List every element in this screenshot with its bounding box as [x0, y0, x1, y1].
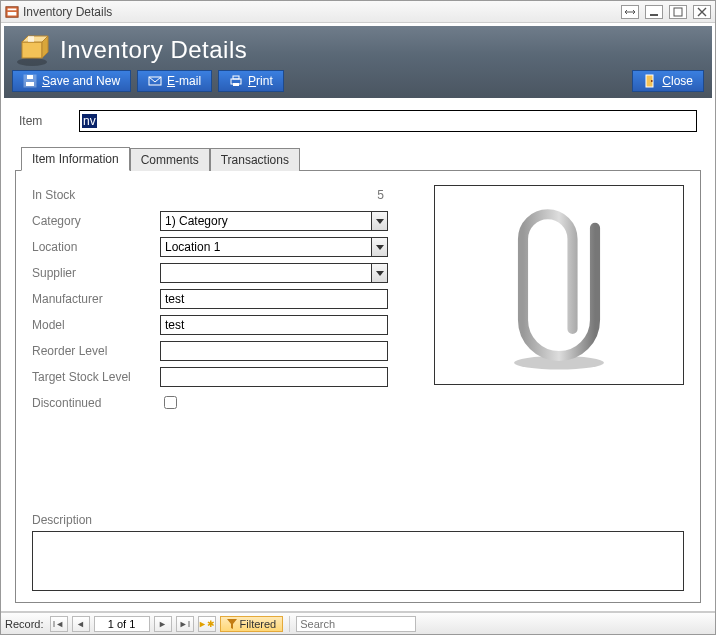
location-dropdown-button[interactable] — [372, 237, 388, 257]
supplier-combo[interactable] — [160, 263, 388, 283]
svg-marker-19 — [376, 219, 384, 224]
tab-item-information[interactable]: Item Information — [21, 147, 130, 171]
description-textarea[interactable] — [32, 531, 684, 591]
nav-first-button[interactable]: I◄ — [50, 616, 68, 632]
tab-panel-item-information: In Stock Category Location — [15, 170, 701, 603]
supplier-dropdown-button[interactable] — [372, 263, 388, 283]
filter-indicator[interactable]: Filtered — [220, 616, 284, 632]
svg-rect-1 — [8, 8, 17, 10]
description-label: Description — [32, 513, 684, 527]
svg-rect-11 — [26, 82, 34, 86]
model-label: Model — [32, 318, 160, 332]
location-input[interactable] — [160, 237, 372, 257]
email-icon — [148, 74, 162, 88]
location-combo[interactable] — [160, 237, 388, 257]
reorder-level-input[interactable] — [160, 341, 388, 361]
manufacturer-input[interactable] — [160, 289, 388, 309]
svg-rect-9 — [28, 36, 34, 42]
item-input-field[interactable] — [97, 113, 694, 129]
category-input[interactable] — [160, 211, 372, 231]
window-resize-icon[interactable] — [621, 5, 639, 19]
svg-rect-12 — [27, 75, 33, 79]
tabs-area: Item Information Comments Transactions I… — [15, 146, 701, 603]
category-dropdown-button[interactable] — [372, 211, 388, 231]
target-stock-label: Target Stock Level — [32, 370, 160, 384]
in-stock-label: In Stock — [32, 188, 160, 202]
record-label: Record: — [5, 618, 44, 630]
nav-prev-button[interactable]: ◄ — [72, 616, 90, 632]
category-combo[interactable] — [160, 211, 388, 231]
record-position[interactable] — [94, 616, 150, 632]
nav-next-button[interactable]: ► — [154, 616, 172, 632]
svg-marker-20 — [376, 245, 384, 250]
tabstrip: Item Information Comments Transactions — [15, 146, 701, 170]
supplier-input[interactable] — [160, 263, 372, 283]
manufacturer-label: Manufacturer — [32, 292, 160, 306]
svg-rect-16 — [233, 83, 239, 86]
app-icon — [5, 5, 19, 19]
item-row: Item nv — [1, 98, 715, 138]
tab-comments[interactable]: Comments — [130, 148, 210, 171]
titlebar: Inventory Details — [1, 1, 715, 23]
save-icon — [23, 74, 37, 88]
funnel-icon — [227, 619, 237, 629]
reorder-level-label: Reorder Level — [32, 344, 160, 358]
restore-button[interactable] — [669, 5, 687, 19]
discontinued-checkbox[interactable] — [164, 396, 177, 409]
svg-rect-18 — [651, 80, 653, 82]
category-label: Category — [32, 214, 160, 228]
save-and-new-button[interactable]: Save and New — [12, 70, 131, 92]
record-navigator: Record: I◄ ◄ ► ►I ►✱ Filtered — [1, 612, 715, 634]
nav-last-button[interactable]: ►I — [176, 616, 194, 632]
supplier-label: Supplier — [32, 266, 160, 280]
svg-rect-3 — [650, 14, 658, 16]
search-input[interactable] — [296, 616, 416, 632]
window: Inventory Details — [0, 0, 716, 635]
tab-transactions[interactable]: Transactions — [210, 148, 300, 171]
item-label: Item — [19, 114, 59, 128]
nav-new-button[interactable]: ►✱ — [198, 616, 216, 632]
location-label: Location — [32, 240, 160, 254]
print-button[interactable]: Print — [218, 70, 284, 92]
close-button[interactable]: Close — [632, 70, 704, 92]
model-input[interactable] — [160, 315, 388, 335]
paperclip-icon — [499, 194, 619, 377]
svg-rect-2 — [8, 12, 17, 16]
window-title: Inventory Details — [23, 5, 112, 19]
svg-marker-23 — [227, 619, 237, 629]
discontinued-label: Discontinued — [32, 396, 160, 410]
in-stock-value — [160, 185, 388, 205]
svg-marker-21 — [376, 271, 384, 276]
email-button[interactable]: E-mail — [137, 70, 212, 92]
print-icon — [229, 74, 243, 88]
inventory-logo-icon — [14, 32, 50, 68]
close-window-button[interactable] — [693, 5, 711, 19]
page-title: Inventory Details — [60, 36, 247, 64]
target-stock-input[interactable] — [160, 367, 388, 387]
header-band: Inventory Details Save and New E-mail Pr… — [4, 26, 712, 98]
toolbar: Save and New E-mail Print Close — [12, 70, 704, 92]
door-icon — [643, 74, 657, 88]
svg-rect-6 — [22, 42, 42, 58]
attachment-image-box[interactable] — [434, 185, 684, 385]
item-input[interactable]: nv — [79, 110, 697, 132]
svg-point-5 — [17, 58, 47, 66]
minimize-button[interactable] — [645, 5, 663, 19]
svg-rect-15 — [233, 76, 239, 79]
svg-rect-4 — [674, 8, 682, 16]
